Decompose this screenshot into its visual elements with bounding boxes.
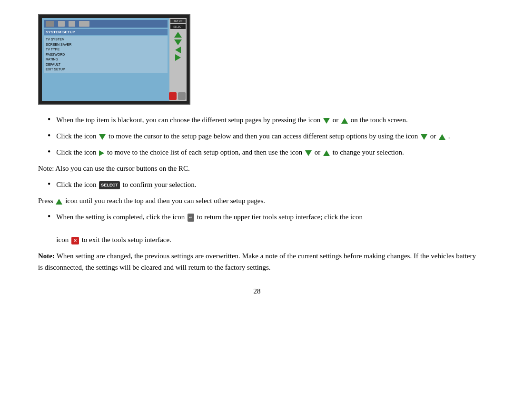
- menu-item-6: DEFAULT: [46, 62, 166, 68]
- icon-down-green-3: [421, 134, 427, 140]
- icon-return: ↩: [188, 214, 194, 221]
- menu-item-2: SCREEN SAVER: [46, 42, 166, 48]
- bullet-dot-3: •: [48, 147, 50, 156]
- icon-up-green-1: [341, 118, 348, 124]
- bullet-dot-1: •: [48, 115, 50, 124]
- bullet-item-4: • Click the icon SELECT to confirm your …: [38, 179, 476, 190]
- bullet-item-5: • When the setting is completed, click t…: [38, 211, 476, 245]
- bullet-item-1: • When the top item is blackout, you can…: [38, 114, 476, 126]
- menu-item-7: EXIT SETUP: [46, 67, 166, 72]
- menu-item-1: TV SYSTEM: [46, 37, 166, 42]
- page-number: 28: [38, 287, 476, 295]
- icon-select: SELECT: [99, 181, 120, 189]
- icon-down-green-2: [99, 134, 106, 140]
- icon-down-green-1: [323, 118, 330, 124]
- device-screenshot: SYSTEM SETUP TV SYSTEM SCREEN SAVER TV T…: [38, 14, 190, 105]
- topbar-icon4: [79, 21, 89, 27]
- menu-item-3: TV TYPE: [46, 47, 166, 52]
- x-button[interactable]: [169, 92, 177, 100]
- device-sidebar: SET UP SELECT: [169, 18, 187, 101]
- bullet-text-3: Click the icon to move to the choice lis…: [56, 147, 476, 158]
- main-content: • When the top item is blackout, you can…: [38, 114, 476, 295]
- setup-label: SET UP: [170, 19, 186, 23]
- topbar-icon3: [69, 21, 75, 27]
- bullet-dot-4: •: [48, 180, 50, 188]
- icon-down-green-4: [305, 150, 312, 156]
- nav-down[interactable]: [173, 39, 183, 46]
- nav-left[interactable]: [173, 47, 183, 53]
- bullet-text-4: Click the icon SELECT to confirm your se…: [56, 179, 476, 190]
- note-rc: Note: Also you can use the cursor button…: [38, 163, 476, 174]
- note-warning: Note: When setting are changed, the prev…: [38, 250, 476, 273]
- device-bottom-buttons: [169, 92, 186, 100]
- bullet-dot-2: •: [48, 131, 50, 140]
- menu-items: TV SYSTEM SCREEN SAVER TV TYPE PASSWORD …: [44, 36, 168, 73]
- icon-up-green-2: [439, 134, 445, 140]
- icon-right-green-1: [99, 150, 104, 156]
- press-line: Press icon until you reach the top and t…: [38, 195, 476, 206]
- bullet-item-3: • Click the icon to move to the choice l…: [38, 147, 476, 158]
- nav-up[interactable]: [173, 31, 183, 38]
- icon-x-exit: ✕: [71, 237, 79, 244]
- back-button[interactable]: [178, 92, 186, 100]
- bullet-text-2: Click the icon to move the cursor to the…: [56, 130, 476, 142]
- select-label: SELECT: [170, 24, 186, 29]
- topbar-icon2: [58, 21, 65, 27]
- nav-right[interactable]: [173, 54, 183, 61]
- menu-item-4: PASSWORD: [46, 52, 166, 58]
- bullet-text-1: When the top item is blackout, you can c…: [56, 114, 476, 126]
- bullet-text-5: When the setting is completed, click the…: [56, 211, 476, 245]
- topbar-icon1: [46, 21, 54, 27]
- icon-up-green-press: [56, 199, 62, 205]
- bullet-item-2: • Click the icon to move the cursor to t…: [38, 130, 476, 142]
- icon-up-green-3: [323, 150, 330, 156]
- menu-title: SYSTEM SETUP: [44, 29, 168, 35]
- menu-item-5: RATING: [46, 57, 166, 62]
- bullet-dot-5: •: [48, 212, 50, 221]
